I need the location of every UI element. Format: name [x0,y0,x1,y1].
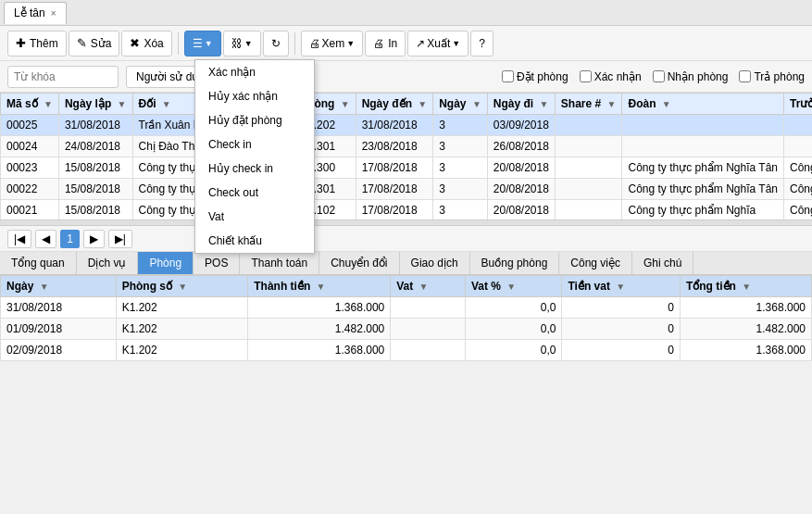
tab-giaodich[interactable]: Giao dịch [400,252,470,274]
filter-doi[interactable]: ▼ [162,99,171,109]
bot-col-vat: Vat ▼ [391,276,466,297]
menu-item-huydatphong[interactable]: Hủy đặt phòng [195,108,314,132]
bot-filter-vatpct[interactable]: ▼ [506,282,516,292]
tab-buongphong[interactable]: Buồng phòng [470,252,560,274]
filter-ngayden[interactable]: ▼ [418,99,427,109]
page-last-button[interactable]: ▶| [108,230,132,248]
filter-ngaydi[interactable]: ▼ [539,99,548,109]
refresh-button[interactable]: ↻ [263,31,289,56]
bottom-tabs: Tổng quan Dịch vụ Phòng POS Thanh toán C… [0,252,812,275]
view-button[interactable]: 🖨 Xem ▼ [301,31,364,56]
bot-filter-thanhtien[interactable]: ▼ [317,282,326,292]
print-button[interactable]: 🖨 In [365,31,406,56]
edit-button[interactable]: ✎ Sửa [69,31,120,56]
page-prev-button[interactable]: ◀ [35,230,56,248]
tab-label: Lễ tân [14,6,45,19]
bottom-table-row[interactable]: 31/08/2018 K1.202 1.368.000 0,0 0 1.368.… [1,297,812,319]
checkbox-xacnhan-input[interactable] [580,70,592,82]
cell-share [555,115,622,136]
table-row[interactable]: 00023 15/08/2018 Công ty thực p K1.300 1… [1,157,813,179]
cell-maso: 00025 [1,115,59,136]
tab-congviec[interactable]: Công việc [559,252,632,274]
filter-doan[interactable]: ▼ [662,99,671,109]
tab-chuyendoi[interactable]: Chuyển đổi [319,252,399,274]
bot-filter-tongtien[interactable]: ▼ [742,282,751,292]
bot-col-phongso: Phòng số ▼ [116,276,248,297]
checkbox-datphong[interactable]: Đặt phòng [502,70,568,83]
bot-cell-ngay: 02/09/2018 [1,340,117,361]
cell-ngaylap: 15/08/2018 [58,179,132,200]
menu-item-chietkhau[interactable]: Chiết khấu [195,229,314,253]
checkbox-traphong-input[interactable] [739,70,751,82]
filter-phong[interactable]: ▼ [341,99,350,109]
cell-ngaydi: 20/08/2018 [487,200,555,221]
add-label: Thêm [30,37,58,50]
tab-pos[interactable]: POS [194,252,240,274]
checkbox-xacnhan-label: Xác nhận [594,70,642,83]
bot-col-ngay: Ngày ▼ [1,276,117,297]
link-dropdown-button[interactable]: ⛓ ▼ [223,31,261,56]
checkbox-traphong[interactable]: Trả phòng [739,70,805,83]
bot-cell-tongtien: 1.482.000 [680,319,811,340]
table-row[interactable]: 00024 24/08/2018 Chị Đào Thị P K1.301 23… [1,136,813,157]
export-button[interactable]: ↗ Xuất ▼ [407,31,468,56]
table-row[interactable]: 00022 15/08/2018 Công ty thực phẩm Nghĩa… [1,179,813,200]
page-next-button[interactable]: ▶ [83,230,105,248]
tab-ghichu[interactable]: Ghi chú [632,252,693,274]
cell-ngaylap: 15/08/2018 [58,157,132,179]
bot-filter-phongso[interactable]: ▼ [178,282,187,292]
delete-button[interactable]: ✖ Xóa [121,31,171,56]
menu-item-checkout[interactable]: Check out [195,181,314,205]
bot-filter-vat[interactable]: ▼ [419,282,429,292]
menu-item-vat[interactable]: Vat [195,205,314,229]
menu-item-checkin[interactable]: Check in [195,132,314,157]
col-maso: Mã số ▼ [1,94,59,115]
filter-ngaylap[interactable]: ▼ [118,99,127,109]
menu-dropdown-button[interactable]: ☰ ▼ [184,31,221,56]
menu-item-huyyxacnhan[interactable]: Hủy xác nhận [195,84,314,108]
checkbox-datphong-input[interactable] [502,70,514,82]
tab-close-icon[interactable]: × [51,8,56,19]
tab-phong[interactable]: Phòng [138,252,194,274]
bot-filter-ngay[interactable]: ▼ [40,282,49,292]
filter-ngay[interactable]: ▼ [472,99,481,109]
help-button[interactable]: ? [470,31,493,56]
menu-item-xacnhan[interactable]: Xác nhận [195,60,314,84]
checkbox-xacnhan[interactable]: Xác nhận [580,70,642,83]
tab-le-tan[interactable]: Lễ tân × [4,2,67,24]
cell-ngaydi: 20/08/2018 [487,157,555,179]
cell-ngay: 3 [433,157,488,179]
print-icon: 🖨 [309,37,320,50]
bot-cell-tongtien: 1.368.000 [680,297,811,319]
table-row[interactable]: 00021 15/08/2018 Công ty thực phẩm Nghĩa… [1,200,813,221]
checkbox-nhanphong[interactable]: Nhận phòng [653,70,729,83]
cell-ngaydi: 20/08/2018 [487,179,555,200]
page-first-button[interactable]: |◀ [7,230,31,248]
menu-item-huycheckin[interactable]: Hủy check in [195,157,314,181]
edit-icon: ✎ [77,36,87,50]
bottom-table-row[interactable]: 02/09/2018 K1.202 1.368.000 0,0 0 1.368.… [1,340,812,361]
cell-ngayden: 17/08/2018 [356,179,433,200]
export-label: Xuất [427,37,450,50]
tab-dichvu[interactable]: Dịch vụ [77,252,139,274]
checkbox-nhanphong-input[interactable] [653,70,665,82]
separator-2 [294,32,295,55]
cell-share [555,136,622,157]
bot-filter-tienvat[interactable]: ▼ [616,282,625,292]
cell-maso: 00021 [1,200,59,221]
edit-label: Sửa [91,37,112,50]
tab-tongquan[interactable]: Tổng quan [0,252,77,274]
page-1-button[interactable]: 1 [60,230,80,248]
table-row[interactable]: 00025 31/08/2018 Trần Xuân Ng K1.202 31/… [1,115,813,136]
filter-share[interactable]: ▼ [607,99,617,109]
cell-ngayden: 23/08/2018 [356,136,433,157]
filter-maso[interactable]: ▼ [44,99,53,109]
search-input[interactable] [7,66,119,88]
link-icon: ⛓ [231,37,243,50]
bot-cell-tienvat: 0 [562,297,680,319]
tab-thanhtoan[interactable]: Thanh toán [240,252,319,274]
col-ngaydi: Ngày đi ▼ [487,94,555,115]
bottom-table-row[interactable]: 01/09/2018 K1.202 1.482.000 0,0 0 1.482.… [1,319,812,340]
bot-cell-thanhtien: 1.368.000 [248,340,391,361]
add-button[interactable]: ✚ Thêm [7,31,67,56]
